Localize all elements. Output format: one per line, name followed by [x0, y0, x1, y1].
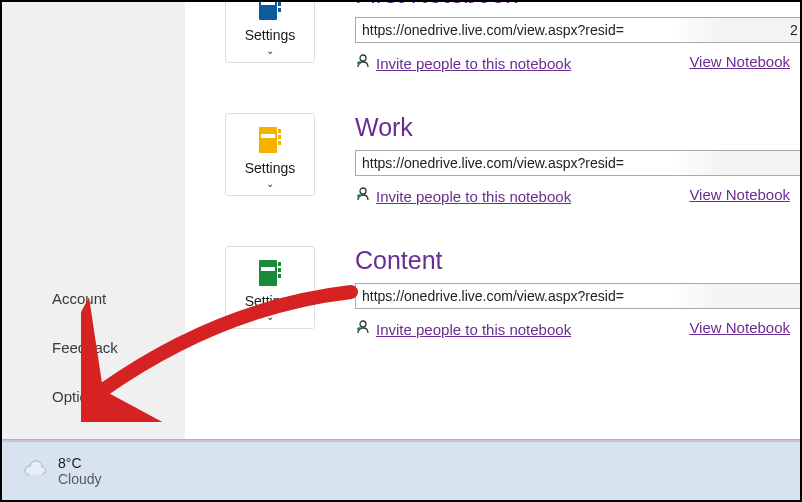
svg-rect-13 — [261, 267, 275, 271]
url-input[interactable]: https://onedrive.live.com/view.aspx?resi… — [355, 283, 800, 309]
notebook-title: Work — [355, 113, 800, 142]
taskbar: 8°C Cloudy — [2, 440, 800, 500]
notebook-icon — [257, 257, 283, 289]
settings-tile[interactable]: Settings ⌄ — [225, 246, 315, 329]
person-add-icon — [355, 186, 371, 206]
notebook-row: Settings ⌄ First Notebook https://onedri… — [225, 0, 800, 73]
view-notebook-link[interactable]: View Notebook — [689, 53, 790, 73]
sidebar: Account Feedback Options — [2, 2, 185, 439]
chevron-down-icon: ⌄ — [266, 311, 274, 322]
svg-point-5 — [360, 55, 366, 61]
svg-rect-15 — [278, 268, 281, 272]
chevron-down-icon: ⌄ — [266, 45, 274, 56]
settings-tile[interactable]: Settings ⌄ — [225, 113, 315, 196]
settings-tile-label: Settings — [245, 293, 296, 309]
cloud-icon — [22, 459, 48, 483]
svg-rect-6 — [259, 127, 277, 153]
url-text: https://onedrive.live.com/view.aspx?resi… — [362, 288, 624, 304]
svg-rect-1 — [261, 1, 275, 5]
svg-rect-9 — [278, 135, 281, 139]
sidebar-item-account[interactable]: Account — [2, 274, 185, 323]
svg-rect-14 — [278, 262, 281, 266]
svg-rect-8 — [278, 129, 281, 133]
notebook-icon — [257, 0, 283, 23]
svg-point-17 — [360, 321, 366, 327]
chevron-down-icon: ⌄ — [266, 178, 274, 189]
weather-temp: 8°C — [58, 455, 102, 471]
url-input[interactable]: https://onedrive.live.com/view.aspx?resi… — [355, 150, 800, 176]
weather-condition: Cloudy — [58, 471, 102, 487]
main-content: Settings ⌄ First Notebook https://onedri… — [185, 2, 800, 439]
view-notebook-link[interactable]: View Notebook — [689, 319, 790, 339]
invite-link[interactable]: Invite people to this notebook — [376, 188, 571, 205]
person-add-icon — [355, 53, 371, 73]
notebook-icon — [257, 124, 283, 156]
notebook-row: Settings ⌄ Content https://onedrive.live… — [225, 246, 800, 339]
url-text: https://onedrive.live.com/view.aspx?resi… — [362, 22, 624, 38]
svg-rect-4 — [278, 8, 281, 12]
person-add-icon — [355, 319, 371, 339]
svg-rect-3 — [278, 2, 281, 6]
url-text: https://onedrive.live.com/view.aspx?resi… — [362, 155, 624, 171]
invite-link[interactable]: Invite people to this notebook — [376, 55, 571, 72]
notebook-title: First Notebook — [355, 0, 800, 9]
notebook-row: Settings ⌄ Work https://onedrive.live.co… — [225, 113, 800, 206]
settings-tile-label: Settings — [245, 160, 296, 176]
notebook-title: Content — [355, 246, 800, 275]
svg-point-11 — [360, 188, 366, 194]
invite-link[interactable]: Invite people to this notebook — [376, 321, 571, 338]
svg-rect-16 — [278, 274, 281, 278]
settings-tile[interactable]: Settings ⌄ — [225, 0, 315, 63]
settings-tile-label: Settings — [245, 27, 296, 43]
sidebar-item-feedback[interactable]: Feedback — [2, 323, 185, 372]
svg-rect-7 — [261, 134, 275, 138]
url-input[interactable]: https://onedrive.live.com/view.aspx?resi… — [355, 17, 800, 43]
weather-widget[interactable]: 8°C Cloudy — [58, 455, 102, 487]
svg-rect-12 — [259, 260, 277, 286]
view-notebook-link[interactable]: View Notebook — [689, 186, 790, 206]
svg-rect-10 — [278, 141, 281, 145]
sidebar-item-options[interactable]: Options — [2, 372, 185, 421]
